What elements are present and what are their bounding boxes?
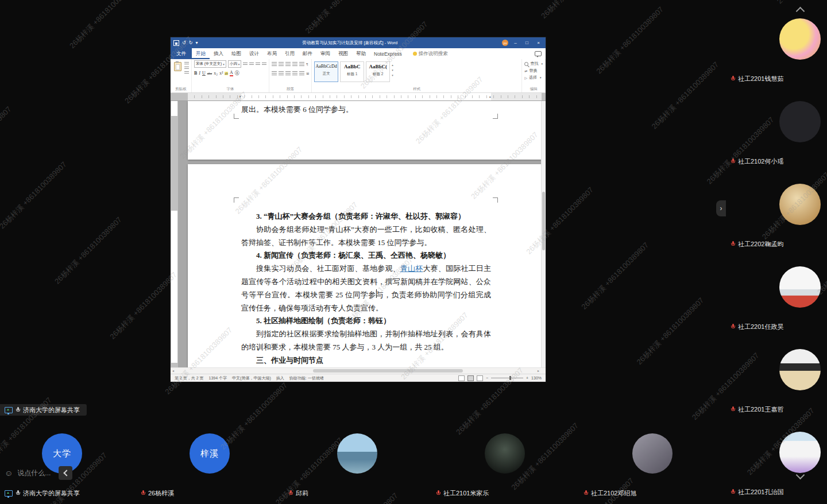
underline-icon[interactable]: U (202, 71, 206, 76)
align-center-icon[interactable] (279, 71, 284, 76)
grow-font-icon[interactable] (243, 63, 248, 66)
align-right-icon[interactable] (285, 71, 291, 76)
subscript-icon[interactable]: x₂ (214, 71, 218, 76)
comments-icon[interactable] (535, 51, 542, 56)
participant-tile[interactable]: 社工2201王嘉哲 (728, 346, 827, 428)
word-count[interactable]: 1394 个字 (209, 375, 227, 381)
zoom-in-icon[interactable]: + (526, 376, 528, 380)
horizontal-scrollbar[interactable]: ◄ ► (171, 367, 546, 374)
select-button[interactable]: ▷ 选择 ▾ (524, 74, 543, 81)
superscript-icon[interactable]: x² (219, 71, 223, 76)
scroll-up-icon[interactable] (796, 7, 805, 16)
zoom-level[interactable]: 130% (531, 376, 542, 380)
redo-icon[interactable]: ↻ (189, 41, 193, 45)
minimize-button[interactable]: – (511, 37, 520, 48)
tab-home[interactable]: 开始 (192, 48, 210, 59)
participant-tile[interactable]: 梓溪 26杨梓溪 (136, 425, 284, 501)
multilevel-list-icon[interactable] (285, 62, 291, 67)
decrease-indent-icon[interactable] (292, 62, 297, 67)
indent-marker-right[interactable]: ▴ (489, 93, 491, 100)
tab-file[interactable]: 文件 (171, 48, 192, 59)
web-layout-icon[interactable] (477, 375, 483, 381)
numbering-icon[interactable] (279, 62, 284, 67)
paragraph-mark-icon[interactable]: ¶ (306, 63, 308, 66)
insert-mode[interactable]: 插入 (276, 375, 284, 381)
participant-tile[interactable]: 大学 济南大学的屏幕共享 (0, 425, 136, 501)
sidebar-collapse-button[interactable]: › (716, 200, 726, 216)
replace-button[interactable]: ⇄ 替换 (524, 67, 543, 74)
qingshanbei-hyperlink[interactable]: 青山杯 (400, 264, 423, 273)
clear-format-icon[interactable] (262, 63, 266, 66)
style-heading2[interactable]: AaBbC( 标题 2 (366, 61, 390, 82)
font-color-icon[interactable]: A (230, 71, 233, 76)
strikethrough-icon[interactable]: abc (207, 72, 212, 75)
indent-marker-left[interactable]: ▾ (239, 93, 241, 100)
tab-noteexpress[interactable]: NoteExpress (370, 48, 406, 59)
vertical-ruler[interactable] (171, 101, 178, 367)
shrink-font-icon[interactable] (249, 63, 254, 66)
zoom-slider[interactable] (491, 378, 523, 378)
participant-tile[interactable]: 社工2102邓绍旭 (579, 425, 726, 501)
borders-icon[interactable]: ⊞ (306, 71, 309, 75)
participant-tile[interactable]: 社工2101米家乐 (431, 425, 579, 501)
document-page-1[interactable]: 展出。本模块需要 6 位同学参与。 (188, 101, 542, 160)
change-case-icon[interactable] (256, 63, 260, 66)
style-heading1[interactable]: AaBbC 标题 1 (340, 61, 364, 82)
undo-icon[interactable]: ↺ (182, 41, 186, 45)
find-button[interactable]: 查找 ▾ (524, 60, 543, 67)
tab-draw[interactable]: 绘图 (227, 48, 245, 59)
font-name-box[interactable]: 宋体 (中文正文) ▾ (194, 60, 226, 68)
bold-icon[interactable]: B (194, 71, 197, 76)
styles-more-icon[interactable]: ▾ (392, 73, 393, 77)
page-indicator[interactable]: 第 2 页，共 2 页 (175, 375, 204, 381)
vertical-scrollbar[interactable] (541, 101, 546, 367)
document-page-2[interactable]: 3. “青山杯”大赛会务组（负责老师：许淑华、杜以芬、郭淑容） 协助会务组老师处… (188, 164, 542, 367)
participant-tile[interactable]: 社工2201任政昊 (728, 263, 827, 346)
zoom-slider-thumb[interactable] (509, 376, 511, 380)
tab-references[interactable]: 引用 (281, 48, 299, 59)
screen-share-indicator[interactable]: 济南大学的屏幕共享 (0, 404, 87, 416)
language-indicator[interactable]: 中文(简体，中国大陆) (232, 375, 271, 381)
font-size-box[interactable]: 小四 ▾ (228, 60, 242, 68)
italic-icon[interactable]: I (199, 71, 200, 76)
tell-me-search[interactable]: 操作说明搜索 (413, 48, 448, 59)
styles-scroll-up-icon[interactable]: ▴ (392, 63, 393, 67)
participant-tile[interactable]: 社工2202鞠孟昀 (728, 180, 827, 263)
maximize-button[interactable]: □ (523, 37, 531, 48)
line-spacing-icon[interactable] (299, 71, 304, 76)
chat-collapse-button[interactable] (59, 466, 72, 480)
tab-design[interactable]: 设计 (245, 48, 263, 59)
cut-icon[interactable] (184, 62, 189, 65)
save-icon[interactable] (173, 40, 179, 46)
hscroll-right-icon[interactable]: ► (537, 368, 540, 374)
participant-tile[interactable]: 社工2201钱慧茹 (728, 15, 827, 98)
highlight-icon[interactable]: ab (225, 72, 228, 75)
emoji-icon[interactable]: ☺ (5, 469, 13, 477)
align-left-icon[interactable] (272, 71, 277, 76)
qat-more-icon[interactable]: ▾ (195, 41, 198, 45)
tab-help[interactable]: 帮助 (352, 48, 370, 59)
increase-indent-icon[interactable] (299, 62, 304, 67)
participant-tile[interactable]: 社工2201孔治国 (728, 428, 827, 504)
tab-layout[interactable]: 布局 (263, 48, 281, 59)
read-mode-icon[interactable] (458, 375, 465, 381)
tab-view[interactable]: 视图 (334, 48, 352, 59)
horizontal-ruler[interactable]: ▾ ▴ (171, 93, 546, 101)
style-normal[interactable]: AaBbCcDd 正文 (314, 61, 338, 82)
char-border-icon[interactable]: Ⓐ (235, 71, 239, 76)
vertical-scrollbar-thumb[interactable] (542, 192, 545, 250)
hscroll-left-icon[interactable]: ◄ (172, 368, 175, 374)
zoom-out-icon[interactable]: − (486, 376, 488, 380)
styles-scroll-down-icon[interactable]: ▾ (392, 68, 393, 72)
justify-icon[interactable] (292, 71, 297, 76)
format-painter-icon[interactable] (184, 71, 189, 75)
participant-tile[interactable]: 邱莉 (284, 425, 431, 501)
paste-icon[interactable] (174, 62, 181, 71)
participant-tile[interactable]: 社工2102何小瑶 (728, 98, 827, 180)
tab-insert[interactable]: 插入 (210, 48, 227, 59)
bullets-icon[interactable] (272, 62, 277, 67)
tab-mailings[interactable]: 邮件 (299, 48, 316, 59)
copy-icon[interactable] (184, 67, 189, 70)
print-layout-icon[interactable] (467, 375, 474, 381)
tab-review[interactable]: 审阅 (316, 48, 334, 59)
